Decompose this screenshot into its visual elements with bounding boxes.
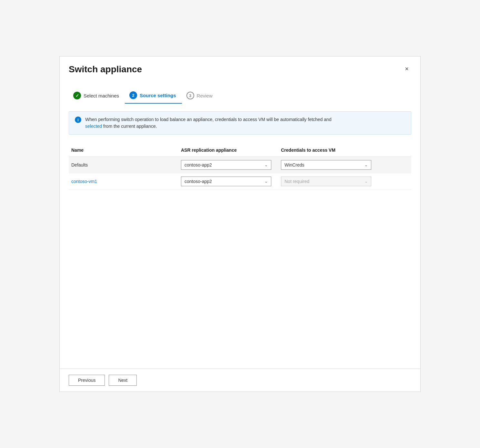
checkmark-icon (75, 93, 79, 98)
row1-creds-cell: WinCreds ⌄ (278, 157, 378, 173)
previous-button[interactable]: Previous (69, 375, 105, 386)
row2-creds-cell: Not required ⌄ (278, 173, 378, 189)
table-row-vm1: contoso-vm1 contoso-app2 ⌄ Not required … (69, 173, 411, 190)
row1-name: Defaults (69, 159, 178, 171)
row1-asr-value: contoso-app2 (185, 162, 212, 168)
dialog-footer: Previous Next (60, 369, 420, 392)
info-text-part1: When performing switch operation to load… (85, 117, 331, 122)
table-header: Name ASR replication appliance Credentia… (69, 144, 411, 157)
row2-asr-dropdown[interactable]: contoso-app2 ⌄ (181, 177, 271, 186)
row1-creds-dropdown[interactable]: WinCreds ⌄ (281, 160, 371, 170)
row2-name: contoso-vm1 (69, 176, 178, 187)
col-creds: Credentials to access VM (278, 146, 378, 154)
row2-asr-cell: contoso-app2 ⌄ (178, 173, 278, 189)
settings-table: Name ASR replication appliance Credentia… (69, 144, 411, 190)
info-text-part3: from the current appliance. (102, 124, 157, 129)
switch-appliance-dialog: Switch appliance × Select machines 2 Sou… (59, 56, 421, 392)
step-review[interactable]: 3 Review (182, 88, 218, 103)
col-name: Name (69, 146, 178, 154)
row2-asr-chevron-icon: ⌄ (265, 179, 268, 184)
info-text: When performing switch operation to load… (85, 116, 331, 130)
step3-number: 3 (189, 93, 191, 98)
step2-number: 2 (132, 93, 134, 98)
row2-asr-value: contoso-app2 (185, 179, 212, 184)
step2-circle: 2 (129, 91, 137, 99)
step-select-machines[interactable]: Select machines (69, 88, 125, 103)
steps-nav: Select machines 2 Source settings 3 Revi… (69, 85, 411, 104)
row1-asr-cell: contoso-app2 ⌄ (178, 157, 278, 173)
row2-creds-chevron-icon: ⌄ (365, 179, 368, 184)
col-asr: ASR replication appliance (178, 146, 278, 154)
dialog-body: Select machines 2 Source settings 3 Revi… (60, 80, 420, 369)
step1-label: Select machines (84, 93, 119, 98)
row2-creds-dropdown: Not required ⌄ (281, 177, 371, 186)
dialog-title: Switch appliance (69, 64, 142, 75)
close-button[interactable]: × (402, 64, 411, 73)
step3-label: Review (197, 93, 213, 98)
dialog-header: Switch appliance × (60, 56, 420, 80)
step3-circle: 3 (186, 92, 194, 99)
row1-creds-value: WinCreds (285, 162, 304, 168)
row1-asr-dropdown[interactable]: contoso-app2 ⌄ (181, 160, 271, 170)
table-row-defaults: Defaults contoso-app2 ⌄ WinCreds ⌄ (69, 157, 411, 173)
step2-label: Source settings (140, 93, 176, 98)
info-icon: i (75, 117, 81, 123)
info-text-highlight: selected (85, 124, 102, 129)
next-button[interactable]: Next (109, 375, 137, 386)
step-source-settings[interactable]: 2 Source settings (125, 87, 182, 104)
info-banner: i When performing switch operation to lo… (69, 111, 411, 135)
row1-creds-chevron-icon: ⌄ (365, 163, 368, 167)
row2-creds-value: Not required (285, 179, 309, 184)
row1-asr-chevron-icon: ⌄ (265, 163, 268, 167)
step1-circle (73, 92, 81, 99)
